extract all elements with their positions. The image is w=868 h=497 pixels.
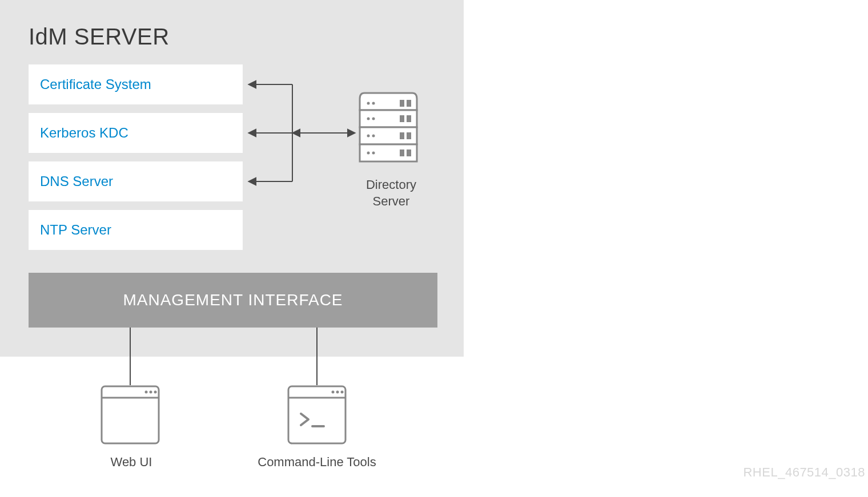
- service-label: NTP Server: [40, 222, 111, 238]
- web-ui-icon: [102, 386, 159, 443]
- footer-reference-id: RHEL_467514_0318: [743, 465, 865, 480]
- service-label: Certificate System: [40, 76, 151, 92]
- svg-point-33: [332, 391, 335, 394]
- management-interface-bar: MANAGEMENT INTERFACE: [29, 273, 437, 328]
- service-ntp-server: NTP Server: [29, 210, 243, 250]
- directory-server-label: Directory Server: [354, 177, 428, 209]
- cli-icon: [288, 386, 345, 443]
- svg-point-35: [341, 391, 344, 394]
- svg-point-30: [154, 391, 157, 394]
- svg-rect-31: [288, 386, 345, 443]
- service-label: Kerberos KDC: [40, 125, 128, 141]
- svg-point-29: [150, 391, 152, 394]
- service-certificate-system: Certificate System: [29, 64, 243, 104]
- svg-point-34: [336, 391, 339, 394]
- service-dns-server: DNS Server: [29, 161, 243, 201]
- diagram-title: IdM SERVER: [29, 24, 170, 50]
- management-label: MANAGEMENT INTERFACE: [123, 291, 343, 309]
- cli-label: Command-Line Tools: [251, 455, 383, 470]
- service-label: DNS Server: [40, 173, 113, 189]
- svg-rect-26: [102, 386, 159, 443]
- service-kerberos-kdc: Kerberos KDC: [29, 113, 243, 153]
- svg-point-28: [145, 391, 148, 394]
- web-ui-label: Web UI: [86, 455, 177, 470]
